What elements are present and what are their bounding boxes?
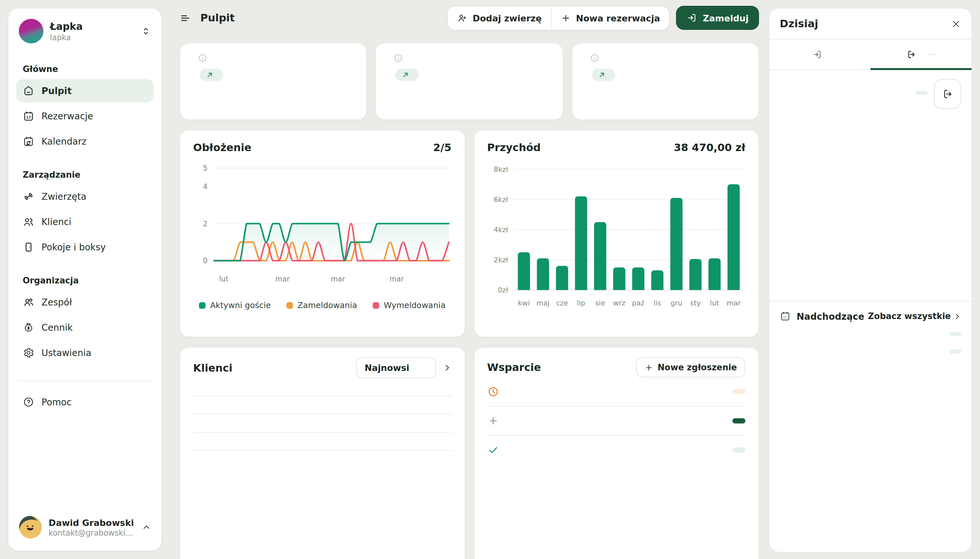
user-meta: Dawid Grabowski kontakt@grabowskidawid..… — [49, 517, 135, 537]
support-list — [487, 377, 746, 464]
clients-controls: Najnowsi — [356, 357, 451, 378]
topbar: Pulpit Dodaj zwierzę Nowa rezerwacja Zam… — [180, 0, 759, 36]
client-row[interactable] — [193, 378, 451, 396]
stat-card-revenue — [571, 43, 759, 120]
svg-text:2: 2 — [203, 220, 208, 228]
topbar-left: Pulpit — [180, 12, 234, 24]
sidebar-item-pulpit[interactable]: Pulpit — [16, 79, 153, 103]
bone-icon — [23, 191, 35, 202]
ticket-row[interactable] — [487, 436, 746, 464]
sidebar-section-label: Zarządzanie — [23, 170, 147, 180]
sidebar-item-pokoje-i-boksy[interactable]: Pokoje i boksy — [16, 235, 153, 259]
sidebar-nav: GłównePulpit17RezerwacjeKalendarzZarządz… — [16, 64, 153, 366]
svg-text:mar: mar — [726, 299, 741, 307]
svg-text:cze: cze — [556, 299, 568, 307]
client-row[interactable] — [193, 396, 451, 414]
svg-text:2kzł: 2kzł — [493, 256, 508, 264]
workspace-switcher[interactable]: Łapka lapka — [16, 18, 153, 45]
chevron-up-icon — [142, 523, 151, 532]
upcoming-title: Nadchodzące — [797, 311, 864, 321]
legend-item: Zameldowania — [287, 301, 357, 310]
chart-title: Obłożenie — [193, 141, 251, 154]
chevron-right-icon[interactable] — [442, 363, 451, 372]
sidebar-item-klienci[interactable]: Klienci — [16, 210, 153, 233]
workspace-name: Łapka — [50, 20, 134, 32]
clients-card: Klienci Najnowsi — [180, 347, 465, 559]
stat-value-row — [389, 69, 549, 81]
checkout-action-button[interactable] — [934, 79, 961, 109]
see-all-label: Zobacz wszystkie — [868, 311, 951, 321]
info-icon[interactable] — [394, 53, 403, 63]
chart-title: Przychód — [487, 141, 541, 154]
home-icon — [23, 85, 35, 97]
sidebar: Łapka lapka GłównePulpit17RezerwacjeKale… — [8, 8, 162, 551]
trend-up-icon — [402, 71, 409, 78]
info-icon[interactable] — [198, 53, 208, 63]
upcoming-row[interactable] — [780, 349, 961, 357]
ticket-body — [507, 391, 724, 393]
user-menu[interactable]: Dawid Grabowski kontakt@grabowskidawid..… — [16, 513, 153, 541]
sidebar-item-zesp-[interactable]: Zespół — [16, 291, 153, 314]
calendar-sync-icon — [23, 136, 35, 147]
sidebar-item-rezerwacje[interactable]: 17Rezerwacje — [16, 104, 153, 128]
legend-swatch — [199, 302, 205, 309]
occupancy-value: 2/5 — [433, 141, 451, 154]
checkout-details — [916, 91, 927, 98]
tab-wymeldowania[interactable] — [871, 40, 972, 69]
tab-zameldowania[interactable] — [769, 40, 871, 69]
add-pet-label: Dodaj zwierzę — [473, 13, 542, 23]
sidebar-item-label: Pomoc — [41, 397, 72, 407]
status-badge — [733, 418, 746, 423]
sidebar-item-ustawienia[interactable]: Ustawienia — [16, 341, 153, 364]
sidebar-divider — [18, 380, 152, 381]
ticket-row[interactable] — [487, 407, 746, 436]
svg-text:mar: mar — [389, 275, 404, 283]
sidebar-spacer — [16, 416, 153, 513]
clients-sort-select[interactable]: Najnowsi — [356, 357, 436, 378]
checkout-list — [769, 70, 972, 118]
client-row[interactable] — [193, 433, 451, 451]
info-icon[interactable] — [589, 53, 599, 63]
sidebar-item-help[interactable]: Pomoc — [16, 390, 153, 414]
new-reservation-button[interactable]: Nowa rezerwacja — [551, 6, 669, 30]
sidebar-item-kalendarz[interactable]: Kalendarz — [16, 130, 153, 153]
status-badge — [733, 447, 746, 453]
menu-icon[interactable] — [180, 12, 191, 24]
trend-badge — [200, 69, 223, 81]
svg-text:17: 17 — [26, 116, 31, 120]
close-icon[interactable] — [951, 18, 961, 29]
room-badge — [950, 349, 961, 354]
login-icon — [687, 12, 698, 23]
plus-icon — [644, 363, 653, 372]
stats-row — [180, 43, 759, 120]
today-tabs — [769, 40, 972, 70]
check-in-label: Zamelduj — [703, 13, 749, 23]
legend-label: Aktywni goście — [210, 301, 271, 310]
sidebar-section-label: Organizacja — [23, 276, 147, 285]
occupancy-line-chart: 5420lutmarmarmar — [193, 159, 451, 298]
client-row[interactable] — [193, 414, 451, 433]
ticket-row[interactable] — [487, 377, 746, 407]
trend-badge — [396, 69, 419, 81]
trend-badge — [591, 69, 615, 81]
add-pet-button[interactable]: Dodaj zwierzę — [448, 6, 551, 30]
occupancy-chart-card: Obłożenie 2/5 5420lutmarmarmar Aktywni g… — [180, 130, 465, 337]
upcoming-row[interactable] — [780, 332, 961, 339]
sidebar-item-cennik[interactable]: Cennik — [16, 316, 153, 339]
new-ticket-button[interactable]: Nowe zgłoszenie — [635, 357, 746, 377]
see-all-link[interactable]: Zobacz wszystkie — [868, 311, 961, 321]
support-header: Wsparcie Nowe zgłoszenie — [487, 357, 746, 377]
check-in-button[interactable]: Zamelduj — [676, 6, 759, 30]
sidebar-item-zwierz-ta[interactable]: Zwierzęta — [16, 185, 153, 208]
checkout-row[interactable] — [769, 70, 972, 118]
main-content: Pulpit Dodaj zwierzę Nowa rezerwacja Zam… — [170, 0, 769, 559]
revenue-chart-header: Przychód 38 470,00 zł — [487, 141, 746, 154]
today-panel: Dzisiaj Nadchodzące Zob — [769, 8, 972, 552]
sidebar-section: GłównePulpit17RezerwacjeKalendarz — [16, 64, 153, 153]
sort-icon[interactable] — [141, 26, 151, 36]
panel-title: Wsparcie — [487, 361, 541, 374]
svg-text:mar: mar — [331, 275, 345, 283]
client-row[interactable] — [193, 451, 451, 468]
sort-icon — [418, 363, 427, 372]
upcoming-section: Nadchodzące Zobacz wszystkie — [769, 301, 972, 376]
